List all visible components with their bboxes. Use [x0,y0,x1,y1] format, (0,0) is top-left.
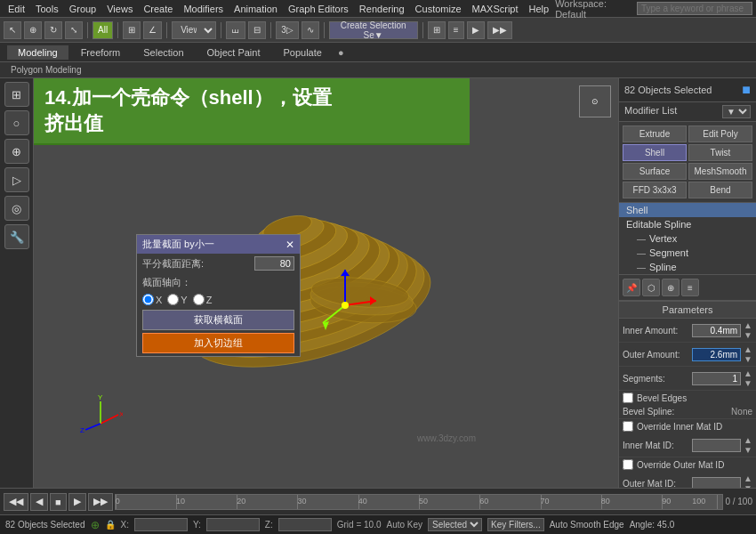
radio-x[interactable]: X [142,294,162,305]
stack-item-shell[interactable]: Shell [619,203,756,217]
timeline-next-btn[interactable]: ▶ [68,493,86,511]
status-x-input[interactable] [134,518,188,531]
sidebar-icon-display[interactable]: ◎ [4,196,29,221]
mod-btn-meshsmooth[interactable]: MeshSmooth [688,163,752,180]
svg-line-20 [323,305,345,323]
viewport-area[interactable]: [+][Perspective][Shaded] 14.加一个壳命令（shell… [34,78,618,488]
toolbar-move-btn[interactable]: ⊕ [24,21,42,39]
segments-input[interactable] [692,372,741,385]
menu-graph-editors[interactable]: Graph Editors [284,4,353,14]
tab-modeling[interactable]: Modeling [7,45,68,60]
menu-help[interactable]: Help [525,4,554,14]
inner-amount-input[interactable] [692,324,741,337]
modifier-list-dropdown[interactable]: ▼ [722,105,751,118]
menu-create[interactable]: Create [139,4,177,14]
menu-maxscript[interactable]: MAXScript [468,4,523,14]
toolbar-render2[interactable]: ▶▶ [487,21,512,39]
toolbar-align[interactable]: ⊟ [248,21,266,39]
navigation-cube[interactable]: ⊙ [579,85,611,117]
mod-btn-surface[interactable]: Surface [623,163,687,180]
menu-edit[interactable]: Edit [4,4,29,14]
mod-btn-edit-poly[interactable]: Edit Poly [688,125,752,142]
toolbar-render1[interactable]: ▶ [467,21,485,39]
toolbar-3d-snap[interactable]: ⊞ [123,21,141,39]
toolbar-mirror[interactable]: ⧢ [226,21,245,39]
menu-views[interactable]: Views [102,4,137,14]
radio-y[interactable]: Y [167,294,187,305]
radio-z[interactable]: Z [193,294,213,305]
toolbar-all-btn[interactable]: All [92,21,113,39]
plane-distance-input[interactable] [254,256,294,271]
outer-amount-input[interactable] [692,348,741,361]
inner-amount-spinner[interactable]: ▲▼ [744,320,752,340]
toolbar-layer[interactable]: ⊞ [428,21,446,39]
menu-rendering[interactable]: Rendering [355,4,409,14]
svg-marker-19 [341,270,350,276]
outer-mat-id-input[interactable] [692,477,741,489]
toolbar-curve-btn[interactable]: ∿ [302,21,319,39]
mod-btn-shell[interactable]: Shell [623,144,687,161]
timeline-stop-btn[interactable]: ■ [50,493,67,511]
nav-icon-add[interactable]: ⊕ [662,279,680,296]
toolbar-scale-btn[interactable]: ⤡ [65,21,83,39]
timeline-end-btn[interactable]: ▶▶ [88,493,113,511]
mod-btn-ffd[interactable]: FFD 3x3x3 [623,182,687,198]
stack-item-spline[interactable]: — Spline [619,260,756,274]
mod-btn-extrude[interactable]: Extrude [623,125,687,142]
nav-icon-menu[interactable]: ≡ [681,279,699,296]
mod-btn-twist[interactable]: Twist [688,144,752,161]
dialog-title-bar[interactable]: 批量截面 by小一 ✕ [137,235,300,254]
status-z-input[interactable] [278,518,332,531]
menu-tools[interactable]: Tools [31,4,63,14]
search-input[interactable] [637,2,752,15]
timeline-prev-btn[interactable]: ◀ [30,493,48,511]
outer-mat-id-label: Outer Mat ID: [623,479,689,489]
tick-label-20: 20 [237,497,245,506]
tab-freeform[interactable]: Freeform [70,45,132,60]
tick-label-10: 10 [176,497,185,506]
get-cross-section-btn[interactable]: 获取横截面 [142,310,294,330]
override-outer-mat-checkbox[interactable] [623,459,633,470]
stack-item-editable-spline[interactable]: Editable Spline [619,217,756,231]
outer-mat-id-spinner[interactable]: ▲▼ [744,473,752,488]
nav-icon-shape[interactable]: ⬡ [642,279,660,296]
toolbar-angle-snap[interactable]: ∠ [143,21,162,39]
tick-label-90: 90 [662,497,671,506]
toolbar-properties[interactable]: ≡ [448,21,464,39]
dialog-close-btn[interactable]: ✕ [286,239,294,251]
tab-populate[interactable]: Populate [272,45,332,60]
sidebar-icon-scene[interactable]: ⊞ [4,82,29,107]
segments-spinner[interactable]: ▲▼ [744,368,752,388]
svg-line-23 [101,415,118,424]
view-mode-select[interactable]: View [172,21,216,39]
sidebar-icon-hierarchy[interactable]: ⊕ [4,139,29,164]
toolbar-select-btn[interactable]: ↖ [4,21,21,39]
override-inner-mat-checkbox[interactable] [623,421,633,432]
inner-mat-id-spinner[interactable]: ▲▼ [744,435,752,455]
inner-mat-id-input[interactable] [692,439,741,452]
mod-btn-bend[interactable]: Bend [688,182,752,198]
create-selection-btn[interactable]: Create Selection Se▼ [329,21,418,39]
menu-customize[interactable]: Customize [411,4,466,14]
stack-item-vertex[interactable]: — Vertex [619,231,756,246]
stack-item-segment[interactable]: — Segment [619,246,756,260]
bevel-edges-checkbox[interactable] [623,392,633,403]
tab-selection[interactable]: Selection [133,45,194,60]
menu-modifiers[interactable]: Modifiers [179,4,228,14]
sidebar-icon-motion[interactable]: ▷ [4,167,29,192]
nav-icon-pin[interactable]: 📌 [623,279,640,296]
outer-amount-spinner[interactable]: ▲▼ [744,344,752,364]
menu-group[interactable]: Group [65,4,101,14]
toolbar-rotate-btn[interactable]: ↻ [44,21,62,39]
key-filters-btn[interactable]: Key Filters... [487,518,544,531]
menu-animation[interactable]: Animation [229,4,282,14]
tab-object-paint[interactable]: Object Paint [197,45,271,60]
sidebar-icon-object[interactable]: ○ [4,110,29,135]
toolbar-3d-btn[interactable]: 3▷ [276,21,299,39]
sidebar-icon-utilities[interactable]: 🔧 [4,224,29,249]
timeline-track[interactable]: 0 10 20 30 40 50 60 70 80 90 100 [115,494,724,510]
add-to-cut-group-btn[interactable]: 加入切边组 [142,333,294,353]
timeline-play-btn[interactable]: ◀◀ [4,493,28,511]
status-y-input[interactable] [206,518,260,531]
selection-mode-select[interactable]: Selected [428,518,482,531]
